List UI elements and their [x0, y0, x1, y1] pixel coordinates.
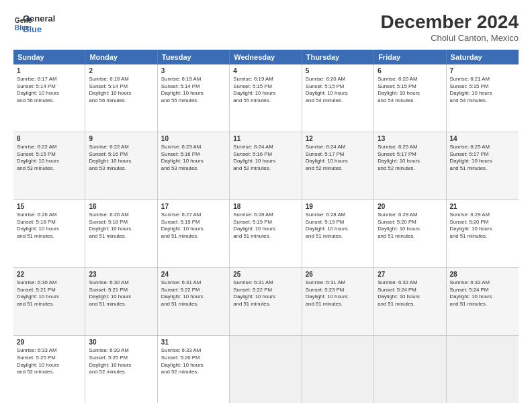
day-info: Sunset: 5:17 PM: [306, 151, 370, 158]
cal-cell-empty-4-5: [374, 336, 446, 403]
day-info: Sunset: 5:15 PM: [378, 83, 442, 91]
day-info: Sunrise: 6:31 AM: [306, 279, 370, 287]
cal-cell-26: 26Sunrise: 6:31 AMSunset: 5:23 PMDayligh…: [302, 268, 374, 335]
header-day-wednesday: Wednesday: [230, 50, 302, 64]
cal-cell-22: 22Sunrise: 6:30 AMSunset: 5:21 PMDayligh…: [13, 268, 85, 335]
logo-blue: Blue: [23, 24, 55, 35]
day-info: Daylight: 10 hours: [306, 293, 370, 301]
header-day-monday: Monday: [85, 50, 157, 64]
day-number: 31: [161, 338, 226, 347]
cal-cell-empty-4-4: [302, 336, 374, 403]
day-info: and 52 minutes.: [306, 165, 370, 173]
day-info: and 52 minutes.: [89, 369, 153, 376]
day-info: Daylight: 10 hours: [17, 226, 81, 233]
day-number: 1: [17, 66, 81, 76]
day-info: Sunset: 5:22 PM: [233, 287, 298, 294]
cal-cell-16: 16Sunrise: 6:26 AMSunset: 5:18 PMDayligh…: [85, 200, 157, 267]
day-info: Sunset: 5:16 PM: [89, 151, 153, 158]
day-info: and 56 minutes.: [17, 97, 81, 105]
cal-cell-empty-4-3: [230, 336, 302, 403]
day-info: and 53 minutes.: [89, 165, 153, 173]
day-info: and 51 minutes.: [378, 301, 442, 308]
day-info: Sunrise: 6:18 AM: [89, 76, 153, 83]
cal-cell-8: 8Sunrise: 6:22 AMSunset: 5:15 PMDaylight…: [13, 132, 85, 199]
day-info: and 53 minutes.: [17, 165, 81, 173]
day-number: 12: [306, 134, 370, 144]
day-info: Sunset: 5:14 PM: [161, 83, 226, 91]
day-info: Daylight: 10 hours: [450, 158, 515, 165]
day-info: Sunrise: 6:17 AM: [17, 76, 81, 83]
day-info: Sunset: 5:15 PM: [450, 83, 515, 91]
calendar-row-0: 1Sunrise: 6:17 AMSunset: 5:14 PMDaylight…: [13, 64, 519, 132]
day-number: 19: [306, 202, 370, 212]
day-info: and 51 minutes.: [378, 233, 442, 240]
cal-cell-27: 27Sunrise: 6:32 AMSunset: 5:24 PMDayligh…: [374, 268, 446, 335]
day-number: 10: [161, 134, 226, 144]
day-info: Daylight: 10 hours: [161, 293, 226, 301]
cal-cell-31: 31Sunrise: 6:33 AMSunset: 5:26 PMDayligh…: [158, 336, 230, 403]
day-info: and 55 minutes.: [161, 97, 226, 105]
day-info: Sunrise: 6:25 AM: [450, 144, 515, 151]
day-number: 22: [17, 270, 81, 279]
day-info: Daylight: 10 hours: [450, 293, 515, 301]
day-number: 6: [378, 66, 442, 76]
day-info: Daylight: 10 hours: [306, 158, 370, 165]
day-info: and 54 minutes.: [378, 97, 442, 105]
month-title: December 2024: [381, 12, 519, 33]
day-number: 7: [450, 66, 515, 76]
day-number: 25: [233, 270, 298, 279]
cal-cell-4: 4Sunrise: 6:19 AMSunset: 5:15 PMDaylight…: [230, 64, 302, 132]
day-info: and 51 minutes.: [306, 301, 370, 308]
day-info: Sunset: 5:20 PM: [450, 219, 515, 226]
header-day-thursday: Thursday: [302, 50, 374, 64]
calendar-header: SundayMondayTuesdayWednesdayThursdayFrid…: [13, 50, 519, 64]
day-number: 20: [378, 202, 442, 212]
day-info: and 51 minutes.: [17, 301, 81, 308]
day-info: and 51 minutes.: [306, 233, 370, 240]
day-info: Daylight: 10 hours: [17, 362, 81, 369]
cal-cell-12: 12Sunrise: 6:24 AMSunset: 5:17 PMDayligh…: [302, 132, 374, 199]
day-info: and 52 minutes.: [161, 369, 226, 376]
page: General Blue General Blue December 2024 …: [0, 0, 532, 411]
cal-cell-14: 14Sunrise: 6:25 AMSunset: 5:17 PMDayligh…: [447, 132, 519, 199]
day-info: Daylight: 10 hours: [17, 293, 81, 301]
cal-cell-7: 7Sunrise: 6:21 AMSunset: 5:15 PMDaylight…: [447, 64, 519, 132]
day-info: Sunrise: 6:26 AM: [89, 212, 153, 219]
day-info: Sunset: 5:18 PM: [17, 219, 81, 226]
day-number: 17: [161, 202, 226, 212]
day-info: Daylight: 10 hours: [161, 226, 226, 233]
title-block: December 2024 Cholul Canton, Mexico: [381, 12, 519, 43]
day-info: Sunrise: 6:30 AM: [89, 279, 153, 287]
day-info: Sunset: 5:15 PM: [17, 151, 81, 158]
day-number: 29: [17, 338, 81, 347]
day-info: Sunrise: 6:19 AM: [161, 76, 226, 83]
cal-cell-17: 17Sunrise: 6:27 AMSunset: 5:19 PMDayligh…: [158, 200, 230, 267]
day-info: Sunrise: 6:26 AM: [17, 212, 81, 219]
day-info: and 51 minutes.: [17, 233, 81, 240]
day-info: Sunset: 5:15 PM: [233, 83, 298, 91]
cal-cell-1: 1Sunrise: 6:17 AMSunset: 5:14 PMDaylight…: [13, 64, 85, 132]
day-info: Sunrise: 6:28 AM: [233, 212, 298, 219]
day-info: and 54 minutes.: [306, 97, 370, 105]
cal-cell-25: 25Sunrise: 6:31 AMSunset: 5:22 PMDayligh…: [230, 268, 302, 335]
day-info: Sunset: 5:25 PM: [17, 355, 81, 362]
day-number: 4: [233, 66, 298, 76]
day-number: 8: [17, 134, 81, 144]
day-info: Sunset: 5:20 PM: [378, 219, 442, 226]
cal-cell-30: 30Sunrise: 6:33 AMSunset: 5:25 PMDayligh…: [85, 336, 157, 403]
day-info: Daylight: 10 hours: [233, 90, 298, 97]
cal-cell-3: 3Sunrise: 6:19 AMSunset: 5:14 PMDaylight…: [158, 64, 230, 132]
header-day-sunday: Sunday: [13, 50, 85, 64]
day-info: Daylight: 10 hours: [233, 158, 298, 165]
day-info: Sunset: 5:24 PM: [378, 287, 442, 294]
day-info: Sunset: 5:16 PM: [233, 151, 298, 158]
day-info: Sunset: 5:25 PM: [89, 355, 153, 362]
day-info: Daylight: 10 hours: [233, 226, 298, 233]
calendar-row-3: 22Sunrise: 6:30 AMSunset: 5:21 PMDayligh…: [13, 268, 519, 336]
day-info: and 51 minutes.: [161, 301, 226, 308]
logo-general: General: [23, 13, 55, 24]
day-info: and 51 minutes.: [450, 165, 515, 173]
day-info: Daylight: 10 hours: [161, 362, 226, 369]
cal-cell-11: 11Sunrise: 6:24 AMSunset: 5:16 PMDayligh…: [230, 132, 302, 199]
day-info: Daylight: 10 hours: [450, 90, 515, 97]
